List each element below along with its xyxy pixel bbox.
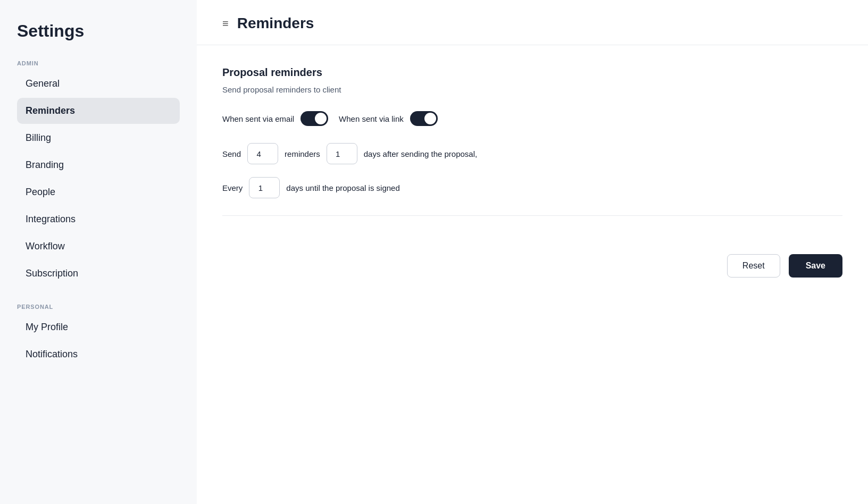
content-area: Proposal reminders Send proposal reminde…: [197, 45, 868, 237]
link-toggle-thumb: [424, 113, 436, 124]
sidebar: Settings ADMIN General Reminders Billing…: [0, 0, 197, 504]
email-toggle-label: When sent via email: [222, 114, 294, 123]
sidebar-item-billing[interactable]: Billing: [17, 125, 180, 151]
sidebar-item-my-profile[interactable]: My Profile: [17, 314, 180, 340]
content-divider: [222, 215, 842, 216]
save-button[interactable]: Save: [789, 254, 842, 278]
sidebar-item-subscription[interactable]: Subscription: [17, 261, 180, 287]
action-bar: Reset Save: [197, 237, 868, 295]
link-toggle-track: [410, 111, 438, 126]
toggle-row: When sent via email When sent via link: [222, 111, 842, 126]
main-content: ≡ Reminders Proposal reminders Send prop…: [197, 0, 868, 504]
link-toggle-label: When sent via link: [339, 114, 404, 123]
page-title: Reminders: [237, 15, 314, 32]
page-header: ≡ Reminders: [197, 0, 868, 45]
sidebar-item-people[interactable]: People: [17, 179, 180, 205]
reset-button[interactable]: Reset: [727, 254, 780, 278]
days-every-input[interactable]: [249, 177, 280, 198]
sidebar-item-branding[interactable]: Branding: [17, 152, 180, 178]
admin-section-label: ADMIN: [17, 60, 180, 66]
email-toggle-thumb: [315, 113, 327, 124]
send-count-input[interactable]: [247, 143, 278, 164]
menu-icon[interactable]: ≡: [222, 18, 229, 30]
send-reminders-row: Send reminders days after sending the pr…: [222, 143, 842, 164]
sidebar-item-integrations[interactable]: Integrations: [17, 206, 180, 232]
sidebar-item-workflow[interactable]: Workflow: [17, 233, 180, 259]
proposal-reminders-description: Send proposal reminders to client: [222, 85, 842, 94]
reminders-label: reminders: [285, 149, 320, 158]
days-after-label: days after sending the proposal,: [364, 149, 477, 158]
days-until-label: days until the proposal is signed: [286, 183, 399, 192]
sidebar-item-general[interactable]: General: [17, 71, 180, 97]
email-toggle-track: [301, 111, 328, 126]
sidebar-item-notifications[interactable]: Notifications: [17, 341, 180, 367]
every-days-row: Every days until the proposal is signed: [222, 177, 842, 198]
send-label: Send: [222, 149, 241, 158]
days-after-input[interactable]: [327, 143, 357, 164]
proposal-reminders-title: Proposal reminders: [222, 66, 842, 79]
link-toggle[interactable]: [410, 111, 438, 126]
email-toggle-group: When sent via email: [222, 111, 328, 126]
email-toggle[interactable]: [301, 111, 328, 126]
every-label: Every: [222, 183, 243, 192]
link-toggle-group: When sent via link: [339, 111, 438, 126]
settings-title: Settings: [17, 21, 180, 41]
sidebar-item-reminders[interactable]: Reminders: [17, 98, 180, 124]
personal-section-label: PERSONAL: [17, 304, 180, 310]
